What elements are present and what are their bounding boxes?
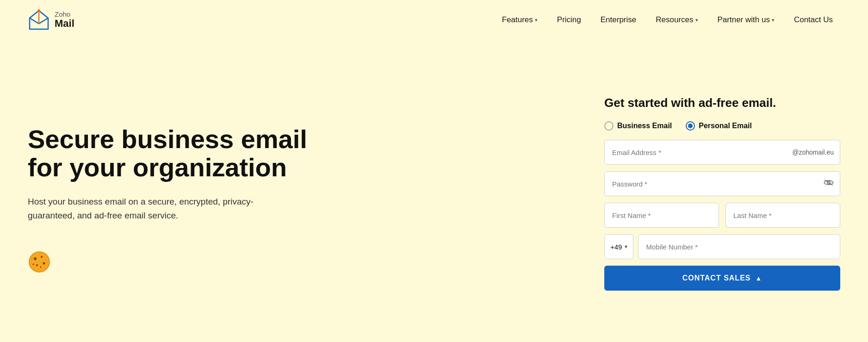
- svg-point-7: [33, 264, 34, 265]
- personal-email-label: Personal Email: [699, 122, 752, 130]
- phone-country-chevron-icon: ▾: [625, 243, 627, 250]
- email-domain-suffix: @zohomail.eu: [792, 149, 834, 156]
- logo-mail-text: Mail: [55, 18, 74, 29]
- svg-point-0: [37, 9, 40, 12]
- svg-point-3: [41, 256, 43, 258]
- business-email-label: Business Email: [617, 122, 672, 130]
- logo-icon: [28, 9, 50, 31]
- contact-sales-label: CONTACT SALES: [682, 274, 751, 282]
- svg-point-1: [29, 252, 50, 272]
- features-chevron-icon: ▾: [535, 17, 538, 23]
- email-field-wrapper: @zohomail.eu: [604, 140, 840, 165]
- business-email-radio[interactable]: [604, 121, 614, 131]
- navbar: Zoho Mail Features ▾ Pricing Enterprise …: [0, 0, 868, 40]
- mobile-number-input[interactable]: [638, 234, 840, 259]
- hero-title: Secure business email for your organizat…: [28, 125, 329, 182]
- nav-links: Features ▾ Pricing Enterprise Resources …: [495, 12, 840, 28]
- resources-chevron-icon: ▾: [695, 17, 698, 23]
- phone-row: +49 ▾: [604, 234, 840, 259]
- nav-item-enterprise[interactable]: Enterprise: [593, 12, 644, 28]
- cookie-icon: [28, 250, 51, 274]
- contact-sales-button[interactable]: CONTACT SALES ▲: [604, 266, 840, 291]
- password-field-wrapper: [604, 171, 840, 196]
- form-section: Get started with ad-free email. Business…: [604, 82, 840, 300]
- business-email-option[interactable]: Business Email: [604, 121, 672, 131]
- phone-code: +49: [610, 243, 622, 251]
- last-name-input[interactable]: [725, 203, 840, 228]
- nav-item-partner[interactable]: Partner with us ▾: [710, 12, 782, 28]
- form-heading: Get started with ad-free email.: [604, 96, 840, 110]
- logo-zoho-text: Zoho: [55, 11, 74, 19]
- nav-item-features[interactable]: Features ▾: [495, 12, 545, 28]
- logo[interactable]: Zoho Mail: [28, 9, 74, 31]
- email-type-selector: Business Email Personal Email: [604, 121, 840, 131]
- nav-item-resources[interactable]: Resources ▾: [648, 12, 705, 28]
- partner-chevron-icon: ▾: [772, 17, 775, 23]
- svg-point-4: [43, 262, 45, 265]
- main-content: Secure business email for your organizat…: [0, 40, 868, 342]
- svg-point-5: [36, 264, 38, 266]
- password-toggle-icon[interactable]: [824, 179, 834, 189]
- svg-point-2: [34, 257, 37, 260]
- first-name-input[interactable]: [604, 203, 719, 228]
- personal-email-option[interactable]: Personal Email: [686, 121, 752, 131]
- hero-section: Secure business email for your organizat…: [28, 106, 567, 276]
- password-input[interactable]: [604, 171, 840, 196]
- nav-item-pricing[interactable]: Pricing: [550, 12, 589, 28]
- phone-country-selector[interactable]: +49 ▾: [604, 234, 633, 259]
- personal-email-radio[interactable]: [686, 121, 695, 131]
- cta-chevron-up-icon: ▲: [755, 274, 762, 282]
- nav-item-contact[interactable]: Contact Us: [787, 12, 840, 28]
- hero-subtitle: Host your business email on a secure, en…: [28, 195, 287, 223]
- svg-point-6: [40, 267, 42, 268]
- name-row: [604, 203, 840, 228]
